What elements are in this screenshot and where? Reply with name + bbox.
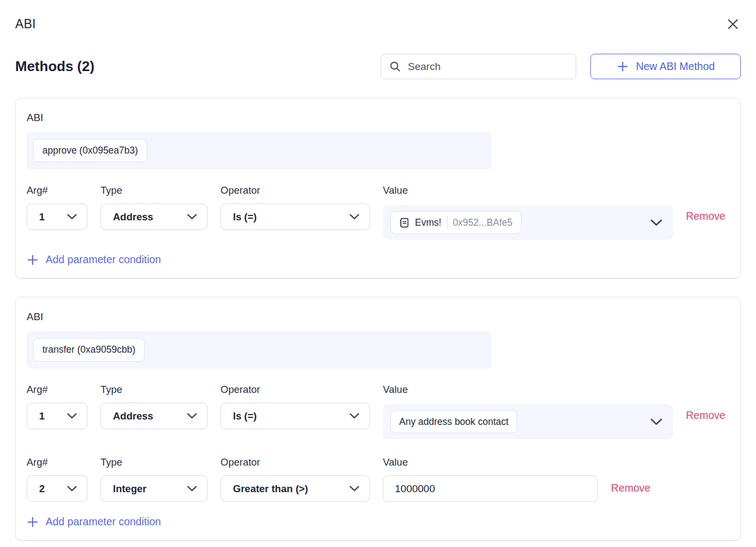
chevron-down-icon	[187, 486, 197, 492]
value-field: Value	[383, 456, 598, 502]
contact-name: Evms!	[415, 217, 442, 228]
type-field: Type Address	[100, 185, 207, 230]
plus-icon	[27, 254, 39, 266]
operator-field: Operator Greater than (>)	[220, 456, 370, 502]
parameter-condition-row: Arg# 2 Type Integer Operator	[27, 456, 729, 502]
operator-select[interactable]: Is (=)	[220, 403, 370, 429]
value-label: Value	[383, 185, 673, 196]
operator-select[interactable]: Is (=)	[220, 203, 370, 230]
type-value: Address	[113, 410, 153, 422]
arg-label: Arg#	[27, 185, 87, 196]
dialog-title: ABI	[15, 17, 36, 31]
dialog-header: ABI	[15, 0, 741, 32]
chevron-down-icon	[349, 214, 360, 220]
methods-heading: Methods (2)	[15, 58, 94, 75]
chip-divider	[447, 216, 448, 229]
operator-value: Greater than (>)	[233, 483, 308, 495]
abi-method-field[interactable]: approve (0x095ea7b3)	[27, 132, 492, 169]
operator-value: Is (=)	[233, 211, 257, 223]
plus-icon	[27, 516, 39, 528]
arg-select[interactable]: 1	[27, 203, 87, 230]
chevron-down-icon	[67, 486, 77, 492]
add-parameter-condition-link[interactable]: Add parameter condition	[27, 253, 161, 266]
plus-icon	[616, 60, 629, 73]
arg-label: Arg#	[27, 456, 87, 468]
type-select[interactable]: Address	[100, 403, 207, 429]
arg-label: Arg#	[27, 384, 87, 396]
value-field: Value Any address book contact	[383, 384, 673, 439]
search-icon	[389, 61, 401, 72]
type-select[interactable]: Address	[100, 203, 207, 230]
value-chip: Any address book contact	[390, 410, 517, 433]
close-icon	[726, 17, 740, 31]
search-input[interactable]	[407, 60, 568, 73]
type-label: Type	[100, 185, 207, 196]
abi-field-label: ABI	[27, 112, 729, 124]
arg-value: 1	[39, 211, 45, 223]
chevron-down-icon	[349, 413, 360, 419]
contact-chip: Evms! 0x952...BAfe5	[390, 211, 521, 234]
parameter-condition-row: Arg# 1 Type Address Operator	[27, 185, 729, 240]
arg-field: Arg# 2	[27, 456, 87, 502]
chevron-down-icon	[650, 418, 663, 425]
add-parameter-condition-label: Add parameter condition	[46, 253, 161, 266]
chevron-down-icon	[67, 413, 77, 419]
method-chip: transfer (0xa9059cbb)	[33, 338, 144, 361]
chevron-down-icon	[187, 214, 197, 220]
operator-label: Operator	[220, 185, 370, 196]
new-abi-method-label: New ABI Method	[636, 60, 715, 73]
operator-field: Operator Is (=)	[220, 185, 370, 230]
chevron-down-icon	[349, 486, 360, 492]
contact-address: 0x952...BAfe5	[453, 217, 513, 228]
abi-dialog: ABI Methods (2) New ABI Method ABI appro…	[0, 0, 756, 547]
value-label: Value	[383, 456, 598, 468]
parameter-condition-row: Arg# 1 Type Address Operator	[27, 384, 729, 439]
arg-value: 1	[39, 410, 45, 422]
add-parameter-condition-link[interactable]: Add parameter condition	[27, 516, 161, 528]
arg-select[interactable]: 1	[27, 403, 87, 429]
address-book-icon	[399, 218, 410, 228]
arg-value: 2	[39, 483, 45, 495]
type-field: Type Address	[100, 384, 207, 429]
value-select[interactable]: Any address book contact	[383, 404, 673, 439]
value-field: Value Evms! 0x952...BAfe5	[383, 185, 673, 240]
operator-select[interactable]: Greater than (>)	[220, 475, 370, 502]
value-label: Value	[383, 384, 673, 396]
type-label: Type	[100, 384, 207, 396]
abi-field-label: ABI	[27, 311, 729, 323]
close-button[interactable]	[725, 16, 741, 32]
methods-toolbar: Methods (2) New ABI Method	[15, 54, 741, 79]
operator-label: Operator	[220, 456, 370, 468]
arg-field: Arg# 1	[27, 384, 87, 429]
value-chip-text: Any address book contact	[399, 416, 508, 428]
abi-method-card: ABI approve (0x095ea7b3) Arg# 1 Type Add…	[15, 98, 741, 278]
operator-field: Operator Is (=)	[220, 384, 370, 429]
search-box[interactable]	[381, 54, 576, 79]
value-input[interactable]	[383, 475, 598, 502]
method-chip: approve (0x095ea7b3)	[33, 139, 147, 162]
value-select[interactable]: Evms! 0x952...BAfe5	[383, 205, 673, 240]
remove-condition-link[interactable]: Remove	[686, 409, 726, 421]
type-value: Address	[113, 211, 153, 223]
operator-value: Is (=)	[233, 410, 257, 422]
type-select[interactable]: Integer	[100, 475, 207, 502]
abi-method-field[interactable]: transfer (0xa9059cbb)	[27, 331, 492, 368]
new-abi-method-button[interactable]: New ABI Method	[590, 54, 741, 79]
type-field: Type Integer	[100, 456, 207, 502]
chevron-down-icon	[187, 413, 197, 419]
arg-field: Arg# 1	[27, 185, 87, 230]
remove-condition-link[interactable]: Remove	[686, 210, 726, 222]
remove-condition-link[interactable]: Remove	[611, 482, 651, 494]
chevron-down-icon	[67, 214, 77, 220]
type-value: Integer	[113, 483, 147, 495]
type-label: Type	[100, 456, 207, 468]
arg-select[interactable]: 2	[27, 475, 87, 502]
add-parameter-condition-label: Add parameter condition	[46, 516, 161, 528]
operator-label: Operator	[220, 384, 370, 396]
abi-method-card: ABI transfer (0xa9059cbb) Arg# 1 Type Ad…	[15, 297, 741, 540]
chevron-down-icon	[650, 219, 663, 226]
